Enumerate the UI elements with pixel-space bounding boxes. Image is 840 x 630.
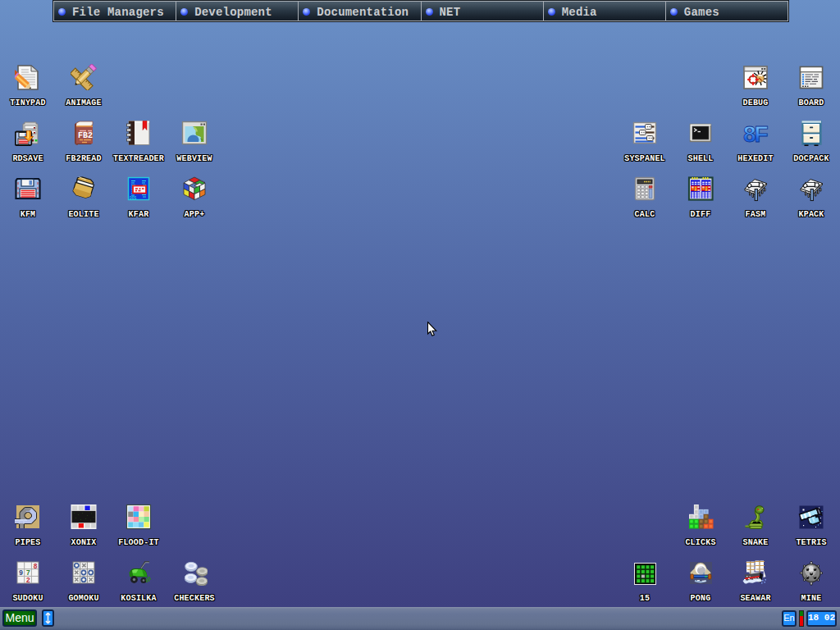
svg-text:FB2: FB2 bbox=[78, 131, 93, 140]
svg-text:8F: 8F bbox=[743, 121, 769, 146]
svg-text:DOS: DOS bbox=[130, 196, 136, 200]
svg-text:2: 2 bbox=[26, 577, 30, 585]
svg-text:8: 8 bbox=[34, 563, 38, 571]
svg-text:9: 9 bbox=[19, 569, 23, 578]
